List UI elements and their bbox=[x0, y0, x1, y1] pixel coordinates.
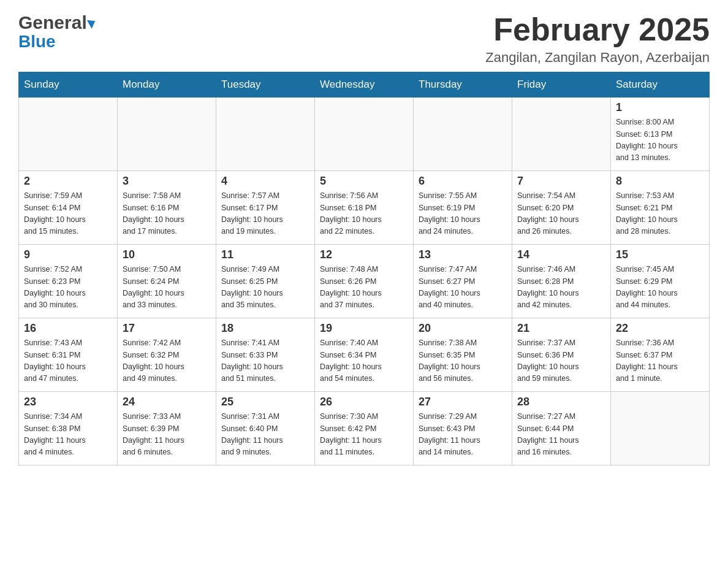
day-info: Sunrise: 7:46 AMSunset: 6:28 PMDaylight:… bbox=[517, 264, 605, 312]
calendar-cell: 10Sunrise: 7:50 AMSunset: 6:24 PMDayligh… bbox=[118, 245, 216, 318]
day-info: Sunrise: 7:52 AMSunset: 6:23 PMDaylight:… bbox=[24, 264, 112, 312]
calendar-cell bbox=[216, 98, 315, 171]
day-number: 12 bbox=[320, 248, 408, 261]
weekday-header-row: SundayMondayTuesdayWednesdayThursdayFrid… bbox=[19, 72, 710, 98]
day-number: 17 bbox=[123, 322, 211, 335]
calendar-table: SundayMondayTuesdayWednesdayThursdayFrid… bbox=[18, 72, 710, 465]
day-info: Sunrise: 7:33 AMSunset: 6:39 PMDaylight:… bbox=[123, 411, 211, 459]
day-number: 1 bbox=[616, 101, 704, 114]
day-info: Sunrise: 7:43 AMSunset: 6:31 PMDaylight:… bbox=[24, 337, 112, 385]
day-number: 16 bbox=[24, 322, 112, 335]
calendar-cell: 16Sunrise: 7:43 AMSunset: 6:31 PMDayligh… bbox=[19, 318, 118, 392]
day-number: 27 bbox=[419, 396, 507, 408]
logo-blue-text: Blue bbox=[18, 32, 56, 51]
day-number: 6 bbox=[419, 175, 507, 188]
day-number: 3 bbox=[123, 175, 211, 188]
day-number: 9 bbox=[24, 248, 112, 261]
weekday-header-friday: Friday bbox=[512, 72, 611, 98]
calendar-cell: 18Sunrise: 7:41 AMSunset: 6:33 PMDayligh… bbox=[216, 318, 315, 392]
weekday-header-monday: Monday bbox=[118, 72, 216, 98]
calendar-cell: 20Sunrise: 7:38 AMSunset: 6:35 PMDayligh… bbox=[414, 318, 512, 392]
calendar-cell: 9Sunrise: 7:52 AMSunset: 6:23 PMDaylight… bbox=[19, 245, 118, 318]
calendar-cell: 6Sunrise: 7:55 AMSunset: 6:19 PMDaylight… bbox=[414, 171, 512, 245]
weekday-header-thursday: Thursday bbox=[414, 72, 512, 98]
week-row-5: 23Sunrise: 7:34 AMSunset: 6:38 PMDayligh… bbox=[19, 392, 710, 465]
calendar-cell: 23Sunrise: 7:34 AMSunset: 6:38 PMDayligh… bbox=[19, 392, 118, 465]
day-number: 4 bbox=[221, 175, 309, 188]
day-number: 23 bbox=[24, 396, 112, 408]
calendar-cell bbox=[611, 392, 710, 465]
calendar-cell bbox=[414, 98, 512, 171]
calendar-cell: 11Sunrise: 7:49 AMSunset: 6:25 PMDayligh… bbox=[216, 245, 315, 318]
day-number: 22 bbox=[616, 322, 704, 335]
day-info: Sunrise: 7:31 AMSunset: 6:40 PMDaylight:… bbox=[221, 411, 309, 459]
day-number: 11 bbox=[221, 248, 309, 261]
month-title: February 2025 bbox=[485, 12, 710, 47]
calendar-cell: 27Sunrise: 7:29 AMSunset: 6:43 PMDayligh… bbox=[414, 392, 512, 465]
logo-general-text: General bbox=[18, 12, 87, 33]
logo-arrow-icon bbox=[86, 17, 97, 28]
day-info: Sunrise: 7:40 AMSunset: 6:34 PMDaylight:… bbox=[320, 337, 408, 385]
day-number: 28 bbox=[517, 396, 605, 408]
day-number: 25 bbox=[221, 396, 309, 408]
calendar-cell: 26Sunrise: 7:30 AMSunset: 6:42 PMDayligh… bbox=[315, 392, 414, 465]
page-header: General Blue February 2025 Zangilan, Zan… bbox=[18, 12, 710, 66]
calendar-cell bbox=[315, 98, 414, 171]
day-info: Sunrise: 7:36 AMSunset: 6:37 PMDaylight:… bbox=[616, 337, 704, 385]
calendar-cell: 24Sunrise: 7:33 AMSunset: 6:39 PMDayligh… bbox=[118, 392, 216, 465]
day-info: Sunrise: 7:56 AMSunset: 6:18 PMDaylight:… bbox=[320, 190, 408, 238]
calendar-cell: 22Sunrise: 7:36 AMSunset: 6:37 PMDayligh… bbox=[611, 318, 710, 392]
calendar-cell: 28Sunrise: 7:27 AMSunset: 6:44 PMDayligh… bbox=[512, 392, 611, 465]
day-info: Sunrise: 7:50 AMSunset: 6:24 PMDaylight:… bbox=[123, 264, 211, 312]
calendar-cell: 17Sunrise: 7:42 AMSunset: 6:32 PMDayligh… bbox=[118, 318, 216, 392]
calendar-cell: 2Sunrise: 7:59 AMSunset: 6:14 PMDaylight… bbox=[19, 171, 118, 245]
day-number: 21 bbox=[517, 322, 605, 335]
day-number: 7 bbox=[517, 175, 605, 188]
day-info: Sunrise: 7:42 AMSunset: 6:32 PMDaylight:… bbox=[123, 337, 211, 385]
day-info: Sunrise: 7:47 AMSunset: 6:27 PMDaylight:… bbox=[419, 264, 507, 312]
day-info: Sunrise: 7:37 AMSunset: 6:36 PMDaylight:… bbox=[517, 337, 605, 385]
day-info: Sunrise: 7:34 AMSunset: 6:38 PMDaylight:… bbox=[24, 411, 112, 459]
calendar-cell: 1Sunrise: 8:00 AMSunset: 6:13 PMDaylight… bbox=[611, 98, 710, 171]
week-row-4: 16Sunrise: 7:43 AMSunset: 6:31 PMDayligh… bbox=[19, 318, 710, 392]
day-number: 10 bbox=[123, 248, 211, 261]
calendar-cell: 21Sunrise: 7:37 AMSunset: 6:36 PMDayligh… bbox=[512, 318, 611, 392]
day-number: 19 bbox=[320, 322, 408, 335]
day-info: Sunrise: 7:59 AMSunset: 6:14 PMDaylight:… bbox=[24, 190, 112, 238]
calendar-cell: 15Sunrise: 7:45 AMSunset: 6:29 PMDayligh… bbox=[611, 245, 710, 318]
calendar-cell: 13Sunrise: 7:47 AMSunset: 6:27 PMDayligh… bbox=[414, 245, 512, 318]
day-info: Sunrise: 7:54 AMSunset: 6:20 PMDaylight:… bbox=[517, 190, 605, 238]
calendar-cell: 5Sunrise: 7:56 AMSunset: 6:18 PMDaylight… bbox=[315, 171, 414, 245]
calendar-cell: 3Sunrise: 7:58 AMSunset: 6:16 PMDaylight… bbox=[118, 171, 216, 245]
day-info: Sunrise: 7:41 AMSunset: 6:33 PMDaylight:… bbox=[221, 337, 309, 385]
day-number: 24 bbox=[123, 396, 211, 408]
calendar-cell: 14Sunrise: 7:46 AMSunset: 6:28 PMDayligh… bbox=[512, 245, 611, 318]
header-right: February 2025 Zangilan, Zangilan Rayon, … bbox=[485, 12, 710, 66]
logo: General Blue bbox=[18, 12, 96, 50]
weekday-header-saturday: Saturday bbox=[611, 72, 710, 98]
day-number: 14 bbox=[517, 248, 605, 261]
day-number: 15 bbox=[616, 248, 704, 261]
week-row-3: 9Sunrise: 7:52 AMSunset: 6:23 PMDaylight… bbox=[19, 245, 710, 318]
calendar-cell bbox=[19, 98, 118, 171]
week-row-1: 1Sunrise: 8:00 AMSunset: 6:13 PMDaylight… bbox=[19, 98, 710, 171]
day-info: Sunrise: 7:38 AMSunset: 6:35 PMDaylight:… bbox=[419, 337, 507, 385]
calendar-cell: 8Sunrise: 7:53 AMSunset: 6:21 PMDaylight… bbox=[611, 171, 710, 245]
location: Zangilan, Zangilan Rayon, Azerbaijan bbox=[485, 50, 710, 66]
day-info: Sunrise: 7:55 AMSunset: 6:19 PMDaylight:… bbox=[419, 190, 507, 238]
day-info: Sunrise: 8:00 AMSunset: 6:13 PMDaylight:… bbox=[616, 117, 704, 164]
weekday-header-sunday: Sunday bbox=[19, 72, 118, 98]
weekday-header-wednesday: Wednesday bbox=[315, 72, 414, 98]
calendar-cell bbox=[118, 98, 216, 171]
day-info: Sunrise: 7:53 AMSunset: 6:21 PMDaylight:… bbox=[616, 190, 704, 238]
day-info: Sunrise: 7:45 AMSunset: 6:29 PMDaylight:… bbox=[616, 264, 704, 312]
weekday-header-tuesday: Tuesday bbox=[216, 72, 315, 98]
day-number: 8 bbox=[616, 175, 704, 188]
day-number: 18 bbox=[221, 322, 309, 335]
day-info: Sunrise: 7:58 AMSunset: 6:16 PMDaylight:… bbox=[123, 190, 211, 238]
calendar-cell: 12Sunrise: 7:48 AMSunset: 6:26 PMDayligh… bbox=[315, 245, 414, 318]
day-number: 26 bbox=[320, 396, 408, 408]
calendar-cell: 19Sunrise: 7:40 AMSunset: 6:34 PMDayligh… bbox=[315, 318, 414, 392]
week-row-2: 2Sunrise: 7:59 AMSunset: 6:14 PMDaylight… bbox=[19, 171, 710, 245]
day-number: 13 bbox=[419, 248, 507, 261]
